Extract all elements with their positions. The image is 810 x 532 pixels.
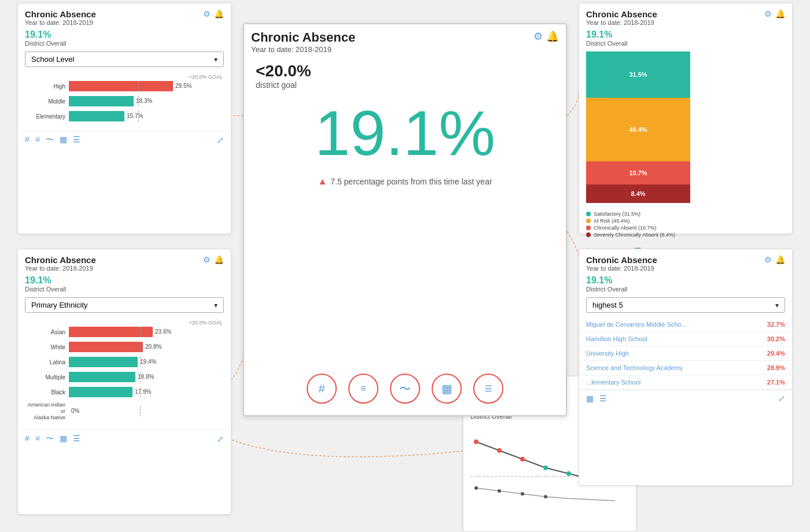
goal-line-multiple xyxy=(140,372,141,382)
bar-fill-multiple xyxy=(69,372,135,382)
expand-icon-br[interactable]: ⤢ xyxy=(778,394,785,403)
toolbar-left-bl: # ≡ 〜 ▦ ☰ xyxy=(25,434,80,444)
bar-container-high: 29.5% xyxy=(69,81,224,91)
school-name-1[interactable]: Miguel de Cervantes Middle Scho... xyxy=(586,321,687,328)
list-icon-bl[interactable]: ≡ xyxy=(35,434,40,444)
bar-container-latina: 19.4% xyxy=(69,357,224,367)
school-name-2[interactable]: Hamilton High School xyxy=(586,335,647,342)
ethnicity-dropdown[interactable]: Primary Ethnicity ▾ xyxy=(25,297,224,313)
goal-line-latina xyxy=(140,357,141,367)
goal-line-white xyxy=(140,342,141,352)
toolbar-left-tl: # ≡ 〜 ▦ ☰ xyxy=(25,135,80,145)
bar-row-high: High 29.5% xyxy=(25,81,224,91)
bar-icon-bl[interactable]: ▦ xyxy=(60,434,67,444)
highest5-dropdown[interactable]: highest 5 ▾ xyxy=(586,297,785,313)
settings-icon-tr[interactable]: ⚙ xyxy=(764,9,772,19)
dropdown-arrow-bl: ▾ xyxy=(214,301,218,309)
bar-chart-tl: <20.0% GOAL High 29.5% Middle 18.3% xyxy=(18,72,231,131)
bar-icon-br[interactable]: ▦ xyxy=(586,394,594,403)
metric-value-tl: 19.1% xyxy=(18,28,231,40)
trend-icon-main[interactable]: 〜 xyxy=(390,374,420,404)
settings-icon-tl[interactable]: ⚙ xyxy=(203,9,211,19)
bar-label-latina: Latina xyxy=(25,359,65,365)
metric-value-br: 19.1% xyxy=(579,274,792,286)
hash-icon-main[interactable]: # xyxy=(307,374,337,404)
main-metric-value: 19.1% xyxy=(244,90,566,176)
school-name-3[interactable]: University High xyxy=(586,350,629,357)
bar-row-middle: Middle 18.3% xyxy=(25,96,224,106)
bar-container-aian: 0% xyxy=(69,406,224,416)
card-icons-tl: ⚙ 🔔 xyxy=(203,9,224,19)
school-level-dropdown[interactable]: School Level ▾ xyxy=(25,51,224,67)
school-pct-5: 27.1% xyxy=(767,379,785,386)
dropdown-label-bl: Primary Ethnicity xyxy=(31,301,88,309)
school-pct-4: 28.9% xyxy=(767,364,785,371)
bullet-icon-bl[interactable]: ☰ xyxy=(73,434,80,444)
school-item-5: ...lementary School 27.1% xyxy=(579,375,792,390)
list-icon-tl[interactable]: ≡ xyxy=(35,135,40,145)
goal-line-black xyxy=(140,387,141,397)
trend-icon-bl[interactable]: 〜 xyxy=(46,434,54,444)
dropdown-arrow-br: ▾ xyxy=(775,301,779,309)
expand-icon-bl[interactable]: ⤢ xyxy=(217,434,224,444)
bullet-icon-tl[interactable]: ☰ xyxy=(73,135,80,145)
main-change-text: 7.5 percentage points from this time las… xyxy=(330,177,492,186)
bar-label-black: Black xyxy=(25,389,65,396)
bullet-icon-br[interactable]: ☰ xyxy=(599,394,607,403)
main-card-icons: ⚙ 🔔 xyxy=(533,30,559,43)
segment-severe: 8.4% xyxy=(586,184,690,203)
expand-icon-tl[interactable]: ⤢ xyxy=(217,135,224,145)
legend-label-atrisk: At Risk (49.4%) xyxy=(594,218,630,224)
bar-fill-latina xyxy=(69,357,138,367)
bar-row-multiple: Multiple 18.8% xyxy=(25,372,224,382)
bar-container-middle: 18.3% xyxy=(69,96,224,106)
main-card-header: Chronic Absence Year to date: 2018-2019 … xyxy=(244,24,566,56)
metric-label-bl: District Overall xyxy=(18,286,231,293)
legend-severe: Severely Chronically Absent (8.4%) xyxy=(586,232,785,238)
bullet-icon-main[interactable]: ☰ xyxy=(473,374,503,404)
svg-point-3 xyxy=(543,466,548,470)
info-icon-tl[interactable]: 🔔 xyxy=(214,9,224,19)
card-title-bl: Chronic Absence xyxy=(25,255,96,265)
main-goal-container: <20.0% district goal xyxy=(244,56,566,90)
svg-point-4 xyxy=(566,471,571,476)
card-icons-bl: ⚙ 🔔 xyxy=(203,255,224,264)
settings-icon-bl[interactable]: ⚙ xyxy=(203,255,211,264)
stacked-bar-container: 31.5% 49.4% 10.7% 8.4% xyxy=(586,51,785,203)
settings-icon-main[interactable]: ⚙ xyxy=(533,30,543,43)
info-icon-main[interactable]: 🔔 xyxy=(546,30,559,43)
info-icon-tr[interactable]: 🔔 xyxy=(775,9,785,19)
card-subtitle-br: Year to date: 2018-2019 xyxy=(586,265,657,272)
info-icon-bl[interactable]: 🔔 xyxy=(214,255,224,264)
settings-icon-br[interactable]: ⚙ xyxy=(764,255,772,264)
bar-fill-white xyxy=(69,342,143,352)
bar-label-middle: Middle xyxy=(25,98,65,105)
legend-atrisk: At Risk (49.4%) xyxy=(586,218,785,224)
bar-icon-tl[interactable]: ▦ xyxy=(60,135,67,145)
trend-icon-tl[interactable]: 〜 xyxy=(46,135,54,145)
bar-fill-middle xyxy=(69,96,134,106)
bar-label-high: High xyxy=(25,83,65,90)
bar-container-asian: 23.6% xyxy=(69,327,224,337)
card-header-tr: Chronic Absence Year to date: 2018-2019 … xyxy=(579,3,792,28)
info-icon-br[interactable]: 🔔 xyxy=(775,255,785,264)
goal-line-middle xyxy=(138,96,139,106)
card-subtitle-tl: Year to date: 2018-2019 xyxy=(25,19,96,26)
school-name-5[interactable]: ...lementary School xyxy=(586,379,640,386)
svg-point-12 xyxy=(520,457,525,461)
stacked-bar-card: Chronic Absence Year to date: 2018-2019 … xyxy=(579,3,793,234)
list-icon-main[interactable]: ≡ xyxy=(348,374,378,404)
bar-icon-main[interactable]: ▦ xyxy=(432,374,462,404)
school-name-4[interactable]: Science and Technology Academy xyxy=(586,364,683,371)
goal-line-elementary xyxy=(138,111,139,121)
hash-icon-tl[interactable]: # xyxy=(25,135,30,145)
legend-container: Satisfactory (31.5%) At Risk (49.4%) Chr… xyxy=(579,208,792,242)
bar-label-white: White xyxy=(25,344,65,350)
bar-fill-elementary xyxy=(69,111,124,121)
bar-value-high: 29.5% xyxy=(175,81,192,91)
goal-line-asian xyxy=(140,327,141,337)
hash-icon-bl[interactable]: # xyxy=(25,434,30,444)
main-change-container: ▲ 7.5 percentage points from this time l… xyxy=(244,176,566,187)
bar-value-latina: 19.4% xyxy=(140,357,156,367)
bar-value-black: 17.9% xyxy=(135,387,151,397)
